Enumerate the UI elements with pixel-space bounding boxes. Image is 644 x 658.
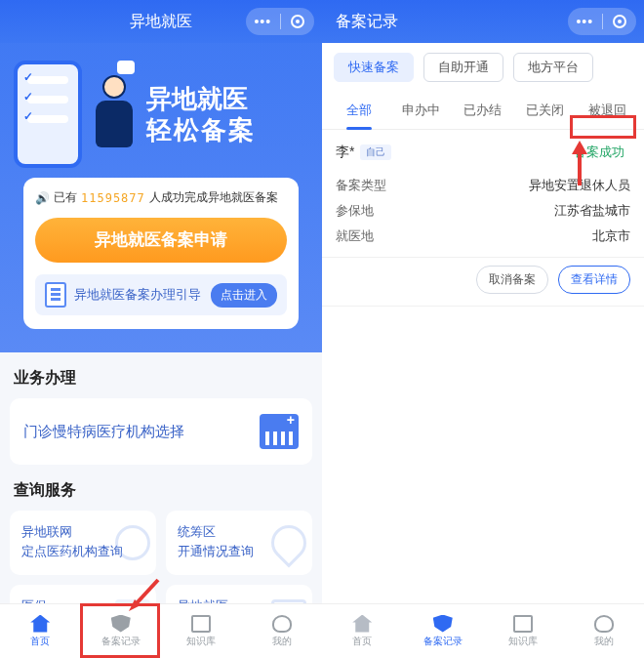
- hero-action-card: 🔊 已有 11595877 人成功完成异地就医备案 异地就医备案申请 异地就医备…: [23, 178, 299, 329]
- section-title-query: 查询服务: [0, 465, 322, 511]
- record-row-medical: 就医地北京市: [336, 224, 630, 249]
- record-name: 李* 自己: [336, 144, 391, 161]
- view-detail-button[interactable]: 查看详情: [558, 266, 630, 294]
- illustration-phone-icon: [14, 61, 82, 168]
- biz-card-chronic[interactable]: 门诊慢特病医疗机构选择: [10, 398, 312, 465]
- success-counter: 🔊 已有 11595877 人成功完成异地就医备案: [35, 189, 287, 206]
- home-screen: 异地就医 ••• 异地就医: [0, 0, 322, 658]
- record-item[interactable]: 李* 自己 备案成功 备案类型异地安置退休人员 参保地江苏省盐城市 就医地北京市: [322, 130, 644, 258]
- tab-mine[interactable]: 我的: [564, 604, 645, 658]
- close-icon[interactable]: [281, 15, 315, 28]
- tab-knowledge[interactable]: 知识库: [161, 604, 242, 658]
- hero-title-line1: 异地就医: [146, 83, 256, 115]
- user-icon: [594, 615, 614, 633]
- shield-icon: [433, 615, 453, 633]
- hero-banner: 异地就医 轻松备案 🔊 已有 11595877 人成功完成异地就医备案 异地就医…: [0, 43, 322, 343]
- header-title: 备案记录: [336, 12, 398, 32]
- book-icon: [513, 615, 533, 633]
- status-tab-done[interactable]: 已办结: [452, 92, 514, 129]
- cancel-record-button[interactable]: 取消备案: [476, 266, 548, 294]
- tab-knowledge[interactable]: 知识库: [483, 604, 564, 658]
- guide-text: 异地就医备案办理引导: [74, 286, 203, 304]
- speech-bubble-icon: [117, 61, 135, 74]
- book-icon: [191, 615, 211, 633]
- records-screen: 备案记录 ••• 快速备案 自助开通 地方平台 全部 申办中 已办结 已关闭 被…: [322, 0, 644, 658]
- miniprogram-capsule[interactable]: •••: [568, 8, 636, 35]
- record-row-insured: 参保地江苏省盐城市: [336, 198, 630, 224]
- close-icon[interactable]: [603, 15, 637, 28]
- filter-local[interactable]: 地方平台: [513, 53, 593, 82]
- status-tabs: 全部 申办中 已办结 已关闭 被退回: [322, 92, 644, 130]
- tabbar: 首页 备案记录 知识库 我的: [0, 603, 322, 658]
- status-tab-rejected[interactable]: 被退回: [576, 92, 638, 129]
- document-icon: [45, 282, 66, 308]
- filter-row: 快速备案 自助开通 地方平台: [322, 43, 644, 92]
- status-badge: 备案成功: [568, 142, 630, 163]
- header-title: 异地就医: [130, 12, 192, 32]
- tab-records[interactable]: 备案记录: [403, 604, 484, 658]
- tabbar: 首页 备案记录 知识库 我的: [322, 603, 644, 658]
- apply-button[interactable]: 异地就医备案申请: [35, 218, 287, 263]
- self-tag: 自己: [360, 144, 391, 160]
- home-icon: [30, 615, 50, 633]
- header: 异地就医 •••: [0, 0, 322, 43]
- home-icon: [352, 615, 372, 633]
- shield-icon: [111, 615, 131, 633]
- record-actions: 取消备案 查看详情: [322, 258, 644, 307]
- hero-title-line2: 轻松备案: [146, 114, 256, 146]
- status-tab-processing[interactable]: 申办中: [390, 92, 453, 129]
- speaker-icon: 🔊: [35, 191, 50, 205]
- record-row-type: 备案类型异地安置退休人员: [336, 173, 630, 198]
- query-card-region[interactable]: 统筹区 开通情况查询: [166, 511, 312, 575]
- more-icon[interactable]: •••: [246, 14, 280, 29]
- illustration-person-icon: [92, 75, 137, 153]
- more-icon[interactable]: •••: [568, 14, 602, 29]
- header: 备案记录 •••: [322, 0, 644, 43]
- tab-home[interactable]: 首页: [0, 604, 81, 658]
- guide-row[interactable]: 异地就医备案办理引导 点击进入: [35, 274, 287, 315]
- section-title-biz: 业务办理: [0, 352, 322, 398]
- tab-records[interactable]: 备案记录: [81, 604, 162, 658]
- user-icon: [272, 615, 292, 633]
- miniprogram-capsule[interactable]: •••: [246, 8, 314, 35]
- filter-quick[interactable]: 快速备案: [334, 53, 414, 82]
- tab-mine[interactable]: 我的: [242, 604, 323, 658]
- link-icon: [115, 525, 150, 560]
- status-tab-all[interactable]: 全部: [328, 92, 390, 129]
- query-card-network[interactable]: 异地联网 定点医药机构查询: [10, 511, 156, 575]
- tab-home[interactable]: 首页: [322, 604, 403, 658]
- guide-enter-button[interactable]: 点击进入: [211, 283, 277, 308]
- status-tab-closed[interactable]: 已关闭: [514, 92, 577, 129]
- filter-self[interactable]: 自助开通: [423, 53, 503, 82]
- hospital-icon: [260, 414, 299, 449]
